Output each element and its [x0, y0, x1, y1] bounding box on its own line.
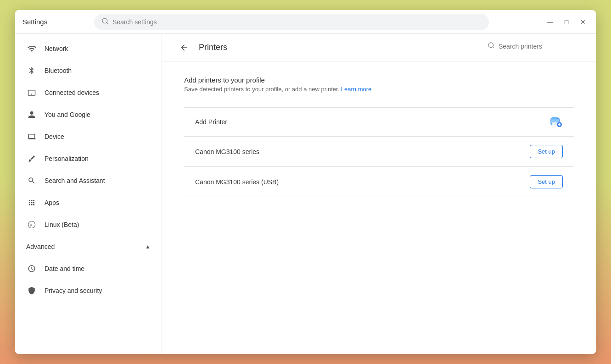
minimize-button[interactable]: —: [544, 17, 555, 28]
sidebar-item-personalization[interactable]: Personalization: [15, 148, 162, 170]
sidebar: Network Bluetooth Connected devices: [15, 34, 162, 354]
add-printer-row[interactable]: Add Printer: [184, 107, 574, 137]
sidebar-item-connected-devices[interactable]: Connected devices: [15, 82, 162, 104]
sidebar-item-label: Bluetooth: [45, 67, 72, 74]
svg-line-5: [493, 47, 494, 48]
add-printers-desc: Save detected printers to your profile, …: [184, 86, 574, 93]
sidebar-item-label: Search and Assistant: [45, 177, 105, 184]
canon-mg3100-action: Set up: [530, 145, 563, 158]
add-printer-label: Add Printer: [195, 118, 550, 126]
sidebar-item-label: Personalization: [45, 155, 89, 162]
sidebar-item-label: Connected devices: [45, 89, 99, 96]
sidebar-item-you-and-google[interactable]: You and Google: [15, 104, 162, 126]
linux-icon: β: [26, 219, 37, 230]
content-body: Add printers to your profile Save detect…: [162, 61, 596, 212]
search-icon: [101, 17, 109, 27]
chevron-up-icon: ▲: [145, 243, 151, 250]
tablet-icon: [26, 87, 37, 98]
printers-list: Add Printer: [184, 107, 574, 197]
person-icon: [26, 109, 37, 120]
search-input[interactable]: [112, 18, 482, 26]
add-printers-desc-text: Save detected printers to your profile, …: [184, 86, 339, 93]
wifi-icon: [26, 43, 37, 54]
laptop-icon: [26, 131, 37, 142]
add-printers-section: Add printers to your profile Save detect…: [184, 76, 574, 93]
brush-icon: [26, 153, 37, 164]
canon-mg3100-setup-button[interactable]: Set up: [530, 145, 563, 158]
sidebar-item-linux-beta[interactable]: β Linux (Beta): [15, 214, 162, 236]
sidebar-item-network[interactable]: Network: [15, 38, 162, 60]
sidebar-item-label: Network: [45, 45, 68, 52]
search-printers-icon: [488, 42, 495, 51]
sidebar-item-label: Privacy and security: [45, 287, 102, 294]
main-content: Printers Add printers to your profile Sa…: [162, 34, 596, 354]
apps-icon: [26, 197, 37, 208]
add-printer-action: [550, 116, 563, 128]
advanced-section-header[interactable]: Advanced ▲: [15, 236, 162, 258]
clock-icon: [26, 263, 37, 274]
search-and-assistant-icon: [26, 175, 37, 186]
svg-point-4: [488, 43, 493, 48]
sidebar-item-date-and-time[interactable]: Date and time: [15, 258, 162, 280]
search-bar[interactable]: [94, 14, 489, 30]
canon-mg3100-usb-action: Set up: [530, 175, 563, 188]
sidebar-item-search-and-assistant[interactable]: Search and Assistant: [15, 170, 162, 192]
back-button[interactable]: [177, 40, 191, 55]
canon-mg3100-usb-label: Canon MG3100 series (USB): [195, 178, 530, 186]
learn-more-link[interactable]: Learn more: [341, 86, 371, 93]
window-controls: — □ ✕: [544, 17, 589, 28]
add-printers-title: Add printers to your profile: [184, 76, 574, 84]
close-button[interactable]: ✕: [577, 17, 589, 28]
canon-mg3100-label: Canon MG3100 series: [195, 148, 530, 155]
advanced-label: Advanced: [26, 243, 55, 250]
canon-mg3100-usb-row: Canon MG3100 series (USB) Set up: [184, 167, 574, 197]
sidebar-item-device[interactable]: Device: [15, 126, 162, 148]
svg-rect-7: [552, 117, 558, 120]
maximize-button[interactable]: □: [561, 17, 572, 28]
canon-mg3100-row: Canon MG3100 series Set up: [184, 137, 574, 167]
body: Network Bluetooth Connected devices: [15, 34, 596, 354]
page-title: Printers: [199, 43, 227, 52]
sidebar-item-privacy-and-security[interactable]: Privacy and security: [15, 280, 162, 302]
search-printers[interactable]: [488, 42, 581, 53]
shield-icon: [26, 285, 37, 296]
sidebar-item-label: You and Google: [45, 111, 90, 118]
sidebar-item-label: Device: [45, 133, 64, 140]
app-title: Settings: [22, 18, 87, 26]
search-printers-input[interactable]: [499, 43, 581, 50]
svg-text:β: β: [30, 223, 32, 227]
canon-mg3100-usb-setup-button[interactable]: Set up: [530, 175, 563, 188]
add-printer-icon[interactable]: [550, 116, 563, 128]
content-header: Printers: [162, 34, 596, 61]
sidebar-item-label: Date and time: [45, 265, 84, 272]
sidebar-item-label: Linux (Beta): [45, 221, 79, 228]
svg-point-0: [102, 18, 107, 23]
sidebar-item-bluetooth[interactable]: Bluetooth: [15, 60, 162, 82]
sidebar-item-apps[interactable]: Apps: [15, 192, 162, 214]
bluetooth-icon: [26, 65, 37, 76]
sidebar-item-label: Apps: [45, 199, 59, 206]
titlebar: Settings — □ ✕: [15, 10, 596, 34]
settings-window: Settings — □ ✕ Network: [15, 10, 596, 354]
svg-line-1: [107, 22, 108, 24]
